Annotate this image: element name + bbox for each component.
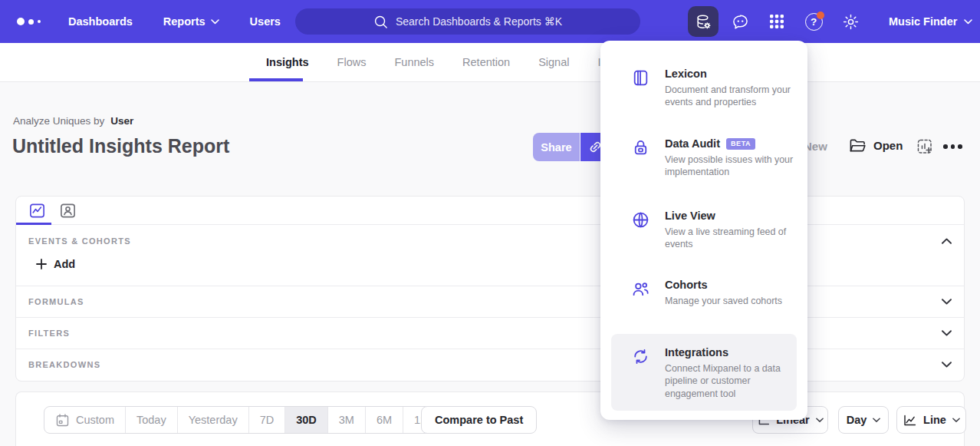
add-label: Add (54, 258, 75, 270)
range-today[interactable]: Today (125, 407, 177, 433)
gear-icon (842, 13, 860, 31)
range-yesterday[interactable]: Yesterday (177, 407, 248, 433)
chart-controls-bar: Custom Today Yesterday 7D 30D 3M 6M 12M … (15, 391, 965, 446)
query-builder-panel: EVENTS & COHORTS Add FORMULAS FILTERS BR… (15, 196, 965, 382)
menu-cohorts-title: Cohorts (665, 279, 708, 291)
menu-integrations-desc: Connect Mixpanel to a data pipeline or c… (665, 362, 803, 400)
events-cohorts-header: EVENTS & COHORTS (28, 236, 131, 246)
open-report-button[interactable]: Open (849, 137, 903, 154)
chevron-down-icon (942, 330, 952, 336)
feedback-button[interactable] (725, 6, 755, 37)
mixpanel-logo[interactable] (17, 18, 41, 25)
open-label: Open (873, 139, 903, 152)
lock-icon (631, 137, 651, 179)
add-event-button[interactable]: Add (36, 258, 75, 270)
date-range-group: Custom Today Yesterday 7D 30D 3M 6M 12M (44, 406, 447, 434)
settings-button[interactable] (835, 6, 866, 37)
share-button[interactable]: Share (533, 133, 580, 161)
data-management-dropdown: Lexicon Document and transform your even… (600, 41, 807, 420)
menu-cohorts-desc: Manage your saved cohorts (665, 295, 803, 307)
tab-retention[interactable]: Retention (462, 43, 510, 81)
search-icon (373, 15, 388, 29)
plus-icon (36, 259, 47, 269)
primary-nav: Dashboards Reports Users (68, 15, 281, 28)
menu-data-audit-title: Data Audit (665, 137, 720, 150)
project-switcher[interactable]: Music Finder (889, 15, 972, 28)
compare-to-past-button[interactable]: Compare to Past (421, 406, 537, 434)
menu-item-lexicon[interactable]: Lexicon Document and transform your even… (611, 60, 797, 117)
filters-header: FILTERS (28, 329, 70, 338)
range-custom-label: Custom (76, 414, 114, 426)
lexicon-book-icon (631, 68, 651, 109)
metrics-chart-icon (28, 202, 46, 220)
menu-live-view-title: Live View (665, 210, 715, 222)
range-6m[interactable]: 6M (365, 407, 403, 433)
breadcrumb-entity-selector[interactable]: User (110, 115, 133, 127)
tab-signal-label: Signal (538, 56, 569, 68)
database-gear-icon (695, 13, 712, 31)
nav-dashboards[interactable]: Dashboards (68, 15, 133, 28)
chevron-down-icon (964, 19, 972, 25)
top-navigation: Dashboards Reports Users Search Dashboar… (0, 0, 980, 43)
tab-funnels-label: Funnels (394, 56, 434, 68)
menu-item-integrations[interactable]: Integrations Connect Mixpanel to a data … (611, 334, 797, 411)
formulas-header: FORMULAS (28, 297, 84, 306)
line-chart-icon (903, 413, 917, 428)
chevron-down-icon (816, 418, 824, 423)
interval-selector[interactable]: Day (838, 406, 889, 434)
chevron-down-icon (952, 418, 960, 423)
chart-type-selector[interactable]: Line (896, 406, 966, 434)
filters-section[interactable]: FILTERS (16, 317, 964, 349)
chat-bubble-icon (732, 13, 749, 31)
help-button[interactable]: ? (798, 6, 829, 37)
tab-funnels[interactable]: Funnels (394, 43, 434, 81)
tab-profiles-view[interactable] (58, 200, 77, 220)
beta-badge: BETA (726, 138, 755, 150)
menu-lexicon-desc: Document and transform your events and p… (665, 84, 803, 109)
apps-grid-button[interactable] (761, 6, 792, 37)
range-30d[interactable]: 30D (284, 407, 327, 433)
board-add-icon (916, 138, 934, 156)
more-options-button[interactable] (943, 144, 962, 149)
nav-dashboards-label: Dashboards (68, 15, 133, 28)
tab-flows[interactable]: Flows (337, 43, 367, 81)
interval-label: Day (847, 414, 867, 426)
menu-integrations-title: Integrations (665, 346, 728, 358)
active-tab-underline (16, 223, 51, 225)
chevron-down-icon (942, 362, 952, 368)
chevron-down-icon (873, 418, 880, 423)
people-icon (631, 279, 651, 307)
tab-insights[interactable]: Insights (266, 43, 309, 81)
global-search-input[interactable]: Search Dashboards & Reports ⌘K (295, 8, 640, 35)
menu-item-data-audit[interactable]: Data Audit BETA View possible issues wit… (611, 130, 797, 187)
chevron-down-icon (211, 19, 219, 25)
tab-signal[interactable]: Signal (538, 43, 569, 81)
page-title: Untitled Insights Report (12, 135, 229, 157)
report-type-tabs: Insights Flows Funnels Retention Signal … (0, 43, 980, 82)
range-7d[interactable]: 7D (248, 407, 285, 433)
search-placeholder: Search Dashboards & Reports ⌘K (396, 15, 562, 28)
breadcrumb: Analyze Uniques by User (13, 115, 133, 127)
add-to-dashboard-button[interactable] (916, 138, 934, 156)
folder-icon (849, 137, 867, 154)
menu-lexicon-title: Lexicon (665, 68, 707, 80)
notification-dot (817, 12, 824, 19)
menu-item-live-view[interactable]: Live View View a live streaming feed of … (611, 202, 797, 259)
integrations-sync-icon (631, 346, 651, 400)
breakdowns-section[interactable]: BREAKDOWNS (16, 349, 964, 380)
builder-mode-tabs (16, 197, 964, 225)
formulas-section[interactable]: FORMULAS (16, 286, 964, 317)
tab-metrics-view[interactable] (27, 200, 47, 220)
chart-type-label: Line (923, 414, 946, 426)
nav-users[interactable]: Users (250, 15, 281, 28)
project-name: Music Finder (889, 15, 957, 28)
chevron-down-icon (942, 299, 952, 305)
nav-reports[interactable]: Reports (163, 15, 219, 28)
data-management-button[interactable] (688, 6, 719, 37)
range-custom[interactable]: Custom (44, 407, 125, 433)
user-profile-icon (59, 202, 77, 220)
apps-grid-icon (768, 13, 785, 30)
chevron-up-icon[interactable] (942, 238, 952, 244)
menu-item-cohorts[interactable]: Cohorts Manage your saved cohorts (611, 271, 797, 315)
range-3m[interactable]: 3M (327, 407, 365, 433)
